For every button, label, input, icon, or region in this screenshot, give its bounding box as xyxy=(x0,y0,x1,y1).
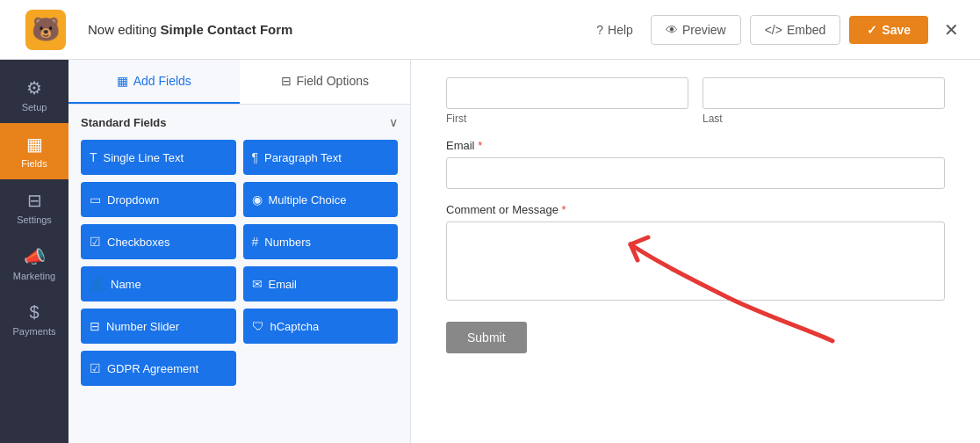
tab-field-options[interactable]: ⊟ Field Options xyxy=(240,60,411,104)
gdpr-icon: ☑ xyxy=(90,361,101,375)
sidebar-item-settings[interactable]: ⊟ Settings xyxy=(0,179,68,236)
payments-icon: $ xyxy=(29,302,39,323)
last-name-field: Last xyxy=(703,77,945,125)
field-btn-name[interactable]: 👤 Name xyxy=(81,266,236,301)
paragraph-text-icon: ¶ xyxy=(252,150,259,164)
help-button[interactable]: ? Help xyxy=(587,18,642,42)
email-icon: ✉ xyxy=(252,277,263,291)
sidebar-item-label-setup: Setup xyxy=(22,102,47,113)
single-line-text-icon: T xyxy=(90,150,97,164)
numbers-icon: # xyxy=(252,235,259,249)
sidebar-item-marketing[interactable]: 📣 Marketing xyxy=(0,236,68,292)
logo-area: 🐻 xyxy=(14,10,77,50)
gear-icon: ⚙ xyxy=(26,77,42,98)
field-btn-multiple-choice[interactable]: ◉ Multiple Choice xyxy=(243,182,399,217)
close-button[interactable]: ✕ xyxy=(937,16,966,44)
email-input[interactable] xyxy=(446,157,945,189)
field-btn-paragraph-text[interactable]: ¶ Paragraph Text xyxy=(243,140,399,175)
field-options-tab-icon: ⊟ xyxy=(281,74,292,88)
tab-add-fields-label: Add Fields xyxy=(133,74,191,88)
save-button[interactable]: ✓ Save xyxy=(849,16,928,44)
main-layout: ⚙ Setup ▦ Fields ⊟ Settings 📣 Marketing … xyxy=(0,60,980,443)
hcaptcha-icon: 🛡 xyxy=(252,319,264,333)
checkboxes-icon: ☑ xyxy=(90,235,101,249)
comment-textarea[interactable] xyxy=(446,222,945,301)
name-icon: 👤 xyxy=(90,277,104,291)
number-slider-icon: ⊟ xyxy=(90,319,100,333)
form-preview: First Last Email * Comment or Message * … xyxy=(411,60,980,443)
panel-tabs: ▦ Add Fields ⊟ Field Options xyxy=(68,60,410,105)
sidebar-item-label-marketing: Marketing xyxy=(13,271,55,281)
last-name-input[interactable] xyxy=(703,77,945,109)
embed-button[interactable]: </> Embed xyxy=(750,15,841,45)
field-btn-email[interactable]: ✉ Email xyxy=(243,266,399,301)
add-fields-tab-icon: ▦ xyxy=(117,74,128,88)
fields-panel: ▦ Add Fields ⊟ Field Options Standard Fi… xyxy=(68,60,411,443)
editing-text: Now editing Simple Contact Form xyxy=(88,22,577,37)
sidebar-item-setup[interactable]: ⚙ Setup xyxy=(0,67,68,123)
first-name-field: First xyxy=(446,77,688,125)
field-btn-checkboxes[interactable]: ☑ Checkboxes xyxy=(81,224,236,259)
marketing-icon: 📣 xyxy=(24,246,46,267)
dropdown-icon: ▭ xyxy=(90,192,101,207)
tab-add-fields[interactable]: ▦ Add Fields xyxy=(68,60,240,104)
tab-field-options-label: Field Options xyxy=(297,74,369,88)
sidebar-item-label-payments: Payments xyxy=(13,326,56,337)
section-header: Standard Fields ∨ xyxy=(81,115,398,129)
first-name-input[interactable] xyxy=(446,77,688,109)
section-title: Standard Fields xyxy=(81,116,167,129)
settings-icon: ⊟ xyxy=(27,190,42,211)
field-btn-gdpr[interactable]: ☑ GDPR Agreement xyxy=(81,351,236,386)
submit-button[interactable]: Submit xyxy=(446,322,527,353)
field-btn-single-line-text[interactable]: T Single Line Text xyxy=(81,140,236,175)
preview-button[interactable]: 👁 Preview xyxy=(651,15,741,45)
comment-field-wrapper: Comment or Message * xyxy=(446,203,945,301)
top-bar-actions: ? Help 👁 Preview </> Embed ✓ Save ✕ xyxy=(587,15,966,45)
email-label: Email * xyxy=(446,139,945,152)
name-fields-row: First Last xyxy=(446,77,945,125)
sidebar-item-label-fields: Fields xyxy=(21,158,47,169)
field-btn-dropdown[interactable]: ▭ Dropdown xyxy=(81,182,236,217)
fields-icon: ▦ xyxy=(26,134,43,155)
fields-grid: T Single Line Text ¶ Paragraph Text ▭ Dr… xyxy=(81,140,398,386)
field-btn-number-slider[interactable]: ⊟ Number Slider xyxy=(81,309,236,344)
sidebar-item-label-settings: Settings xyxy=(17,214,52,225)
logo-bear: 🐻 xyxy=(25,10,66,50)
sidebar-item-fields[interactable]: ▦ Fields xyxy=(0,123,68,179)
help-icon: ? xyxy=(596,23,603,37)
field-btn-numbers[interactable]: # Numbers xyxy=(243,224,399,259)
field-btn-hcaptcha[interactable]: 🛡 hCaptcha xyxy=(243,309,399,344)
panel-content: Standard Fields ∨ T Single Line Text ¶ P… xyxy=(68,105,410,443)
check-icon: ✓ xyxy=(867,23,877,37)
multiple-choice-icon: ◉ xyxy=(252,192,263,207)
chevron-icon: ∨ xyxy=(389,115,398,129)
first-name-label: First xyxy=(446,113,688,125)
top-bar: 🐻 Now editing Simple Contact Form ? Help… xyxy=(0,0,980,60)
email-required-marker: * xyxy=(478,139,482,152)
comment-label: Comment or Message * xyxy=(446,203,945,216)
email-field-wrapper: Email * xyxy=(446,139,945,189)
code-icon: </> xyxy=(765,23,782,37)
eye-icon: 👁 xyxy=(666,23,678,37)
comment-required-marker: * xyxy=(562,203,566,216)
last-name-label: Last xyxy=(703,113,945,125)
sidebar-item-payments[interactable]: $ Payments xyxy=(0,292,68,347)
sidebar: ⚙ Setup ▦ Fields ⊟ Settings 📣 Marketing … xyxy=(0,60,68,443)
